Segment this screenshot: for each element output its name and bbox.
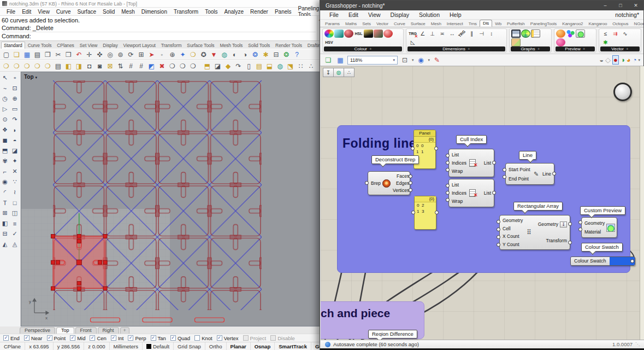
status-segment[interactable]: SmartTrack bbox=[275, 342, 311, 350]
toolbar-tab[interactable]: Transform bbox=[158, 42, 185, 49]
toolbar-icon[interactable]: ✦ bbox=[178, 50, 188, 60]
port[interactable] bbox=[446, 168, 450, 172]
rhino-menu-item[interactable]: Curve bbox=[53, 9, 74, 15]
port[interactable] bbox=[492, 191, 496, 195]
sidebar-tool-icon[interactable]: ▷ bbox=[0, 104, 10, 114]
toolbar-tab[interactable]: Mesh Tools bbox=[217, 42, 245, 49]
toolbar-icon[interactable]: ◨ bbox=[74, 61, 84, 71]
port[interactable] bbox=[409, 181, 412, 185]
sidebar-tool-icon[interactable]: ◧ bbox=[0, 218, 10, 229]
ribbon-icon[interactable]: ⊥ bbox=[428, 30, 437, 38]
ribbon-icon[interactable]: ⊣ bbox=[477, 30, 486, 38]
toolbar-icon[interactable]: ▢ bbox=[1, 50, 11, 60]
preview-off-gem-icon[interactable]: ◒ bbox=[599, 56, 604, 64]
ribbon-icon[interactable] bbox=[374, 30, 383, 38]
expand-icon[interactable]: + bbox=[369, 46, 372, 51]
expand-icon[interactable]: + bbox=[468, 46, 470, 51]
port[interactable] bbox=[446, 154, 450, 158]
toolbar-tab[interactable]: CPlanes bbox=[54, 42, 76, 49]
port[interactable] bbox=[568, 222, 572, 226]
toolbar-icon[interactable]: ❂ bbox=[250, 50, 261, 60]
viewport-tab[interactable]: + bbox=[120, 327, 129, 334]
osnap-toggle[interactable]: Knot bbox=[194, 335, 212, 341]
toolbar-icon[interactable]: ❍ bbox=[22, 61, 32, 71]
chevron-down-icon[interactable]: ▾ bbox=[428, 58, 430, 62]
ribbon-icon[interactable]: ⇉ bbox=[611, 30, 620, 38]
port[interactable] bbox=[497, 220, 500, 224]
viewport-tab[interactable]: Front bbox=[75, 327, 97, 334]
toolbar-tab[interactable]: Standard bbox=[1, 42, 25, 49]
colour-swatch-component[interactable]: Colour Swatch bbox=[570, 256, 635, 266]
rhino-menu-item[interactable]: Solid bbox=[99, 9, 118, 15]
sidebar-tool-icon[interactable]: ∘ bbox=[10, 73, 20, 83]
port[interactable] bbox=[446, 191, 450, 195]
sidebar-tool-icon[interactable]: ✓ bbox=[10, 229, 20, 239]
port[interactable] bbox=[492, 161, 496, 165]
save-file-icon[interactable]: ▦ bbox=[335, 55, 345, 65]
osnap-toggle[interactable]: ✓ Int bbox=[111, 335, 124, 341]
checkbox[interactable]: ✓ bbox=[90, 335, 95, 341]
sidebar-tool-icon[interactable]: ◼ bbox=[0, 135, 10, 145]
status-segment[interactable]: y 286.556 bbox=[54, 342, 85, 350]
sidebar-tool-icon[interactable]: ⊡ bbox=[10, 83, 20, 94]
rhino-menu-item[interactable]: Dimension bbox=[138, 9, 170, 15]
ribbon-icon[interactable]: HSL bbox=[354, 30, 363, 38]
port[interactable] bbox=[411, 147, 415, 150]
rhino-titlebar[interactable]: notching.3dm (57 KB) - Rhino 6 Not For R… bbox=[0, 0, 322, 8]
sidebar-tool-icon[interactable]: ✕ bbox=[10, 166, 20, 177]
orange-ball-icon[interactable]: ◕ bbox=[627, 56, 631, 64]
toolbar-icon[interactable]: ➤ bbox=[146, 50, 157, 60]
sidebar-tool-icon[interactable]: ◗ bbox=[10, 125, 20, 135]
toolbar-icon[interactable]: ⊕ bbox=[167, 50, 178, 60]
checkbox[interactable]: ✓ bbox=[128, 335, 133, 341]
rhino-menu-item[interactable]: Analyze bbox=[221, 9, 247, 15]
rhino-menu-item[interactable]: Transform bbox=[170, 9, 202, 15]
expand-icon[interactable]: + bbox=[537, 46, 540, 51]
toolbar-icon[interactable]: ⊞ bbox=[136, 50, 146, 60]
viewport-title[interactable]: Top ▾ bbox=[24, 74, 37, 80]
toolbar-icon[interactable]: ◧ bbox=[63, 61, 74, 71]
ribbon-icon[interactable] bbox=[521, 30, 530, 38]
checkbox[interactable]: ✓ bbox=[170, 335, 176, 341]
component-tab[interactable]: NGon bbox=[631, 21, 643, 27]
toolbar-icon[interactable]: ⊚ bbox=[115, 50, 126, 60]
sidebar-tool-icon[interactable]: ⊟ bbox=[0, 229, 10, 239]
osnap-toggle[interactable]: Project bbox=[243, 335, 267, 341]
ribbon-icon[interactable]: ✱ bbox=[601, 38, 610, 46]
preview-shaded-gem-selected[interactable]: ● bbox=[612, 55, 619, 65]
toolbar-icon[interactable]: # bbox=[126, 61, 136, 71]
rhino-menu-item[interactable]: Mesh bbox=[118, 9, 138, 15]
sidebar-tool-icon[interactable]: ↷ bbox=[10, 114, 20, 125]
toolbar-icon[interactable]: ∴ bbox=[306, 61, 316, 71]
ribbon-icon[interactable]: ↕ bbox=[487, 30, 496, 38]
ribbon-icon[interactable]: ◺ bbox=[408, 38, 417, 46]
toolbar-icon[interactable]: ❏ bbox=[11, 50, 22, 60]
toolbar-icon[interactable]: ❍ bbox=[11, 61, 22, 71]
toolbar-icon[interactable]: ⊠ bbox=[105, 61, 115, 71]
canvas-scrollbar[interactable] bbox=[640, 66, 644, 340]
toolbar-icon[interactable]: ⬒ bbox=[202, 61, 212, 71]
sidebar-tool-icon[interactable]: T bbox=[0, 197, 10, 208]
resize-grip[interactable]: ⋱ bbox=[635, 342, 640, 347]
ribbon-icon[interactable] bbox=[511, 38, 521, 46]
status-segment[interactable]: Osnap bbox=[251, 342, 275, 350]
sidebar-tool-icon[interactable]: ◪ bbox=[10, 145, 20, 156]
sidebar-tool-icon[interactable]: ◜ bbox=[0, 187, 10, 197]
component-tab[interactable]: Dis bbox=[480, 20, 492, 27]
blue-ball-icon[interactable]: ◔ bbox=[633, 56, 637, 64]
osnap-toggle[interactable]: ✓ Near bbox=[24, 335, 43, 341]
ribbon-icon[interactable]: HSV bbox=[324, 38, 334, 46]
toolbar-icon[interactable]: ↷ bbox=[233, 61, 244, 71]
cull-index-component-2[interactable]: List Indices Wrap List bbox=[448, 179, 494, 207]
menu-item[interactable]: Help bbox=[445, 11, 466, 18]
toolbar-icon[interactable]: ❒ bbox=[63, 50, 74, 60]
custom-preview-component[interactable]: Geometry Material bbox=[581, 217, 617, 238]
chevron-down-icon[interactable]: ▾ bbox=[412, 58, 414, 62]
toolbar-icon[interactable]: ▯ bbox=[244, 61, 254, 71]
port[interactable] bbox=[365, 181, 369, 185]
toolbar-icon[interactable]: ▤ bbox=[254, 61, 264, 71]
port[interactable] bbox=[497, 235, 500, 239]
checkbox[interactable]: ✓ bbox=[70, 335, 75, 341]
ribbon-icon[interactable]: ≍ bbox=[438, 30, 447, 38]
component-tab[interactable]: Kangaroo bbox=[586, 21, 610, 27]
